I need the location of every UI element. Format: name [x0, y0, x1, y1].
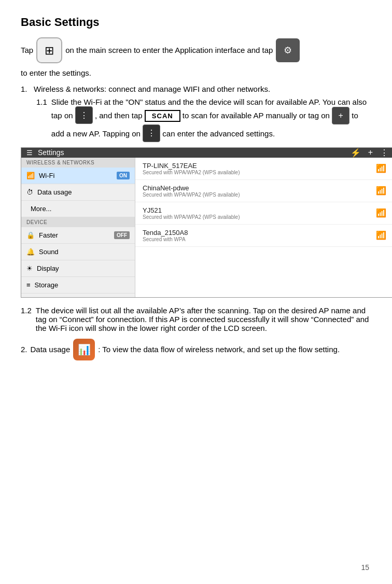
section1-1-label: 1.1: [36, 98, 47, 106]
add-icon: +: [368, 148, 373, 158]
wifi-network-name: ChinaNet-pdwe: [143, 184, 376, 192]
display-label: Display: [37, 265, 59, 272]
intro-middle-text: on the main screen to enter the Applicat…: [65, 45, 273, 57]
wifi-signal-icon: 📶: [376, 208, 386, 218]
section1-2-label: 1.2: [21, 306, 32, 315]
app-icon: ⊞: [36, 37, 62, 63]
wifi-network-info: TP-LINK_517EAE Secured with WPA/WPA2 (WP…: [143, 162, 376, 175]
data-usage-icon-symbol: 📊: [78, 341, 91, 358]
wifi-network-item[interactable]: YJ521 Secured with WPA/WPA2 (WPS availab…: [135, 202, 392, 225]
section1-1-content: Slide the Wi-Fi at the "ON" status and t…: [51, 98, 371, 142]
wifi-network-name: Tenda_2150A8: [143, 229, 376, 237]
more-item-label: More...: [31, 205, 51, 213]
wifi-label: Wi-Fi: [39, 172, 54, 179]
section2-label: 2.: [21, 343, 27, 356]
android-wifi-panel: TP-LINK_517EAE Secured with WPA/WPA2 (WP…: [135, 158, 392, 298]
lightning-icon: ⚡: [351, 148, 361, 158]
advanced-menu-icon: ⋮: [143, 124, 160, 142]
section2: 2. Data usage 📊 : To view the data flow …: [21, 339, 371, 360]
settings-icon: ⚙: [276, 38, 300, 62]
section1-2-text: The device will list out all the availab…: [36, 306, 371, 332]
add-icon: +: [332, 107, 349, 124]
wifi-network-name: YJ521: [143, 206, 376, 214]
wifi-signal-icon: 📶: [376, 186, 386, 196]
topbar-icons: ⚡ + ⋮: [351, 148, 388, 158]
section1-label: 1.: [21, 85, 27, 93]
section1-text: Wireless & networks: connect and manage …: [34, 85, 270, 93]
faster-toggle-off: OFF: [114, 231, 130, 239]
faster-label: Faster: [39, 231, 58, 239]
more-icon: ⋮: [380, 148, 388, 158]
wifi-signal-icon: 📶: [376, 163, 386, 173]
section1: 1. Wireless & networks: connect and mana…: [21, 85, 371, 93]
topbar-title: Settings: [38, 148, 345, 157]
sidebar-section-header-device: DEVICE: [21, 217, 135, 227]
wifi-network-security: Secured with WPA/WPA2 (WPS available): [143, 170, 376, 175]
intro-end-text: to enter the settings.: [21, 68, 371, 77]
sidebar-item-data-usage[interactable]: ⏱ Data usage: [21, 184, 135, 201]
section1-1: 1.1 Slide the Wi-Fi at the "ON" status a…: [36, 98, 371, 142]
page-number: 15: [361, 563, 369, 572]
menu-icon: ⋮: [75, 106, 93, 124]
faster-icon: 🔒: [26, 231, 35, 239]
android-screenshot: ☰ Settings ⚡ + ⋮ WIRELESS & NETWORKS 📶 W…: [21, 147, 392, 298]
wifi-signal-icon: 📶: [376, 230, 386, 240]
storage-icon: ≡: [26, 281, 31, 289]
scan-button[interactable]: SCAN: [145, 110, 180, 122]
wifi-network-item[interactable]: ChinaNet-pdwe Secured with WPA/WPA2 (WPS…: [135, 180, 392, 202]
section1-1-text-last: can enter the advanced settings.: [162, 129, 275, 137]
sidebar-item-more[interactable]: More...: [21, 201, 135, 217]
display-icon: ☀: [26, 265, 33, 272]
sound-label: Sound: [39, 248, 59, 256]
sound-icon: 🔔: [26, 248, 35, 256]
wifi-network-security: Secured with WPA/WPA2 (WPS available): [143, 214, 376, 220]
android-sidebar: WIRELESS & NETWORKS 📶 Wi-Fi ON ⏱ Data us…: [21, 158, 135, 298]
section1-2: 1.2 The device will list out all the ava…: [21, 306, 371, 332]
wifi-network-security: Secured with WPA: [143, 237, 376, 242]
topbar-icon: ☰: [26, 149, 33, 157]
wifi-network-item[interactable]: TP-LINK_517EAE Secured with WPA/WPA2 (WP…: [135, 158, 392, 180]
section1-1-text-after: to scan for available AP manually or tag…: [183, 111, 332, 120]
page-container: Basic Settings Tap ⊞ on the main screen …: [0, 0, 392, 584]
android-topbar: ☰ Settings ⚡ + ⋮: [21, 148, 392, 158]
scan-label: SCAN: [152, 112, 173, 120]
sidebar-section-header-wireless: WIRELESS & NETWORKS: [21, 158, 135, 168]
page-title: Basic Settings: [21, 16, 371, 29]
wifi-network-security: Secured with WPA/WPA2 (WPS available): [143, 192, 376, 198]
sidebar-item-storage[interactable]: ≡ Storage: [21, 277, 135, 294]
section1-1-text-middle: , and then tap: [95, 111, 145, 120]
wifi-network-info: YJ521 Secured with WPA/WPA2 (WPS availab…: [143, 206, 376, 220]
sidebar-item-wifi[interactable]: 📶 Wi-Fi ON: [21, 168, 135, 184]
storage-label: Storage: [35, 281, 59, 289]
android-content: WIRELESS & NETWORKS 📶 Wi-Fi ON ⏱ Data us…: [21, 158, 392, 298]
app-icon-symbol: ⊞: [45, 42, 54, 59]
sidebar-item-battery[interactable]: 🔋 Battery: [21, 294, 135, 298]
sidebar-item-faster[interactable]: 🔒 Faster OFF: [21, 227, 135, 244]
data-usage-icon: ⏱: [26, 188, 33, 196]
data-usage-label: Data usage: [37, 188, 72, 196]
wifi-network-info: ChinaNet-pdwe Secured with WPA/WPA2 (WPS…: [143, 184, 376, 198]
section2-text-after: : To view the data flow of wireless netw…: [98, 343, 340, 356]
wifi-network-item[interactable]: Tenda_2150A8 Secured with WPA 📶: [135, 225, 392, 247]
intro-paragraph: Tap ⊞ on the main screen to enter the Ap…: [21, 37, 371, 63]
intro-tap-text: Tap: [21, 45, 33, 57]
wifi-network-name: TP-LINK_517EAE: [143, 162, 376, 170]
wifi-network-info: Tenda_2150A8 Secured with WPA: [143, 229, 376, 242]
data-usage-app-icon: 📊: [73, 339, 95, 360]
wifi-toggle-on[interactable]: ON: [117, 172, 130, 179]
sidebar-item-display[interactable]: ☀ Display: [21, 260, 135, 277]
sidebar-item-sound[interactable]: 🔔 Sound: [21, 244, 135, 260]
section2-text-before: Data usage: [31, 343, 71, 356]
wifi-icon: 📶: [26, 172, 35, 179]
